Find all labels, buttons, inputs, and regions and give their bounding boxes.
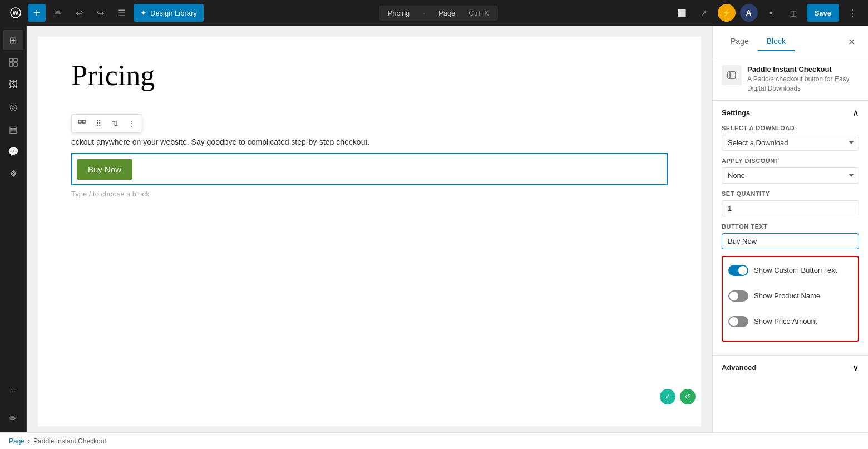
panel-close-button[interactable]: ✕ [844,34,859,50]
button-text-label: BUTTON TEXT [722,223,859,230]
page-type: Page [438,9,455,17]
left-sidebar: ⊞ 🖼 ◎ ▤ 💬 ❖ + ✏ [0,26,27,432]
block-toolbar: ⠿ ⇅ ⋮ [71,114,142,133]
set-quantity-input[interactable] [722,200,859,216]
block-more-button[interactable]: ⋮ [124,116,140,131]
advanced-section: Advanced ∨ [713,356,868,379]
svg-rect-8 [728,72,736,78]
add-block-button[interactable]: + [28,4,46,22]
block-type-button[interactable] [74,116,90,131]
show-product-name-toggle[interactable] [728,290,748,302]
svg-rect-4 [9,63,13,66]
topbar-right: ⬜ ↗ ⚡ A ✦ ◫ Save ⋮ [673,4,861,22]
block-drag-button[interactable]: ⠿ [91,116,106,131]
settings-header[interactable]: Settings ∧ [722,107,859,118]
select-download-field[interactable]: Select a Download [722,135,859,151]
external-link-button[interactable]: ↗ [696,4,713,22]
sidebar-item-navigation[interactable]: ◎ [3,97,23,117]
set-quantity-group: SET QUANTITY → [722,190,859,216]
svg-rect-7 [82,120,85,123]
design-library-icon: ✦ [140,8,147,17]
svg-rect-5 [14,63,17,66]
sidebar-item-pencil-bottom[interactable]: ✏ [3,408,23,428]
block-description-text: A Paddle checkout button for Easy Digita… [747,75,859,93]
topbar-center: Pricing · Page Ctrl+K [208,6,669,21]
block-type-icon [722,65,742,85]
design-library-button[interactable]: ✦ Design Library [134,4,204,22]
bolt-icon-button[interactable]: ⚡ [718,4,736,22]
main-area: ⊞ 🖼 ◎ ▤ 💬 ❖ + ✏ Pricing [0,26,868,432]
bottom-bar: Page › Paddle Instant Checkout [0,432,868,449]
buy-now-container: Buy Now [71,153,668,185]
block-description: eckout anywhere on your website. Say goo… [71,137,668,146]
button-text-input[interactable] [722,233,859,249]
teal-icon[interactable]: ✓ [660,389,675,404]
buy-now-button[interactable]: Buy Now [77,159,132,180]
sidebar-item-widgets[interactable]: ▤ [3,119,23,139]
breadcrumb-block: Paddle Instant Checkout [33,437,106,445]
design-library-label: Design Library [150,9,197,17]
svg-rect-3 [14,58,17,62]
sidebar-item-inserter[interactable] [3,52,23,72]
user-avatar[interactable]: A [740,4,758,22]
type-hint: Type / to choose a block [71,190,668,198]
breadcrumb-separator: › [28,437,30,445]
save-button[interactable]: Save [807,4,839,22]
svg-rect-2 [9,58,13,62]
edit-mode-button[interactable]: ✏ [49,4,67,22]
show-custom-button-text-toggle[interactable] [728,265,748,276]
svg-text:W: W [13,9,19,16]
block-placeholder-area [132,159,662,180]
advanced-chevron-icon: ∨ [852,362,859,373]
show-custom-button-text-label: Show Custom Button Text [754,266,837,274]
show-price-amount-label: Show Price Amount [754,317,817,325]
settings-collapse-icon: ∧ [852,107,859,118]
set-quantity-label: SET QUANTITY [722,190,859,197]
toggles-container: Show Custom Button Text Show Product Nam… [722,256,859,342]
page-title[interactable]: Pricing [71,59,668,92]
show-product-name-label: Show Product Name [754,292,820,300]
breadcrumb-page[interactable]: Page [9,437,24,445]
tab-block[interactable]: Block [758,32,795,51]
more-options-button[interactable]: ⋮ [844,4,861,22]
select-download-group: SELECT A DOWNLOAD → Select a Download [722,125,859,151]
page-indicator[interactable]: Pricing · Page Ctrl+K [379,6,498,21]
advanced-title: Advanced [722,363,756,372]
sidebar-item-comments[interactable]: 💬 [3,141,23,161]
yoast-icon-button[interactable]: ✦ [762,4,780,22]
bottom-canvas-icons: ✓ ↺ [660,389,696,404]
block-info: Paddle Instant Checkout A Paddle checkou… [713,58,868,101]
select-download-label: SELECT A DOWNLOAD [722,125,859,131]
topbar: W + ✏ ↩ ↪ ☰ ✦ Design Library Pricing · P… [0,0,868,26]
show-product-name-row: Show Product Name [723,286,858,306]
sidebar-item-media[interactable]: 🖼 [3,75,23,95]
block-name: Paddle Instant Checkout [747,65,859,73]
tools-button[interactable]: ☰ [112,4,130,22]
sidebar-item-blocks[interactable]: ⊞ [3,30,23,50]
tab-page[interactable]: Page [722,32,758,51]
responsive-preview-button[interactable]: ⬜ [673,4,691,22]
redo-button[interactable]: ↪ [91,4,109,22]
show-custom-button-text-row: Show Custom Button Text [723,260,858,280]
sidebar-item-add-bottom[interactable]: + [3,381,23,401]
wordpress-logo-icon[interactable]: W [7,4,24,22]
show-price-amount-toggle[interactable] [728,316,748,327]
settings-section: Settings ∧ SELECT A DOWNLOAD → Select a … [713,101,868,356]
canvas-area: Pricing ⠿ ⇅ ⋮ eckout anywhere on your we… [27,26,712,432]
apply-discount-field[interactable]: None [722,167,859,184]
advanced-header[interactable]: Advanced ∨ [722,362,859,373]
right-panel: Page Block ✕ Paddle Instant Checkout A P… [712,26,868,432]
view-toggle-button[interactable]: ◫ [785,4,802,22]
sidebar-item-patterns[interactable]: ❖ [3,164,23,184]
svg-rect-6 [78,120,81,123]
green-icon[interactable]: ↺ [680,389,696,404]
canvas-page: Pricing ⠿ ⇅ ⋮ eckout anywhere on your we… [38,37,701,426]
page-separator: · [423,9,425,17]
shortcut-hint: Ctrl+K [468,9,489,17]
settings-title: Settings [722,108,750,117]
block-info-text: Paddle Instant Checkout A Paddle checkou… [747,65,859,93]
block-move-button[interactable]: ⇅ [107,116,123,131]
undo-button[interactable]: ↩ [70,4,88,22]
button-text-group: BUTTON TEXT → [722,223,859,249]
topbar-left: W + ✏ ↩ ↪ ☰ ✦ Design Library [7,4,204,22]
